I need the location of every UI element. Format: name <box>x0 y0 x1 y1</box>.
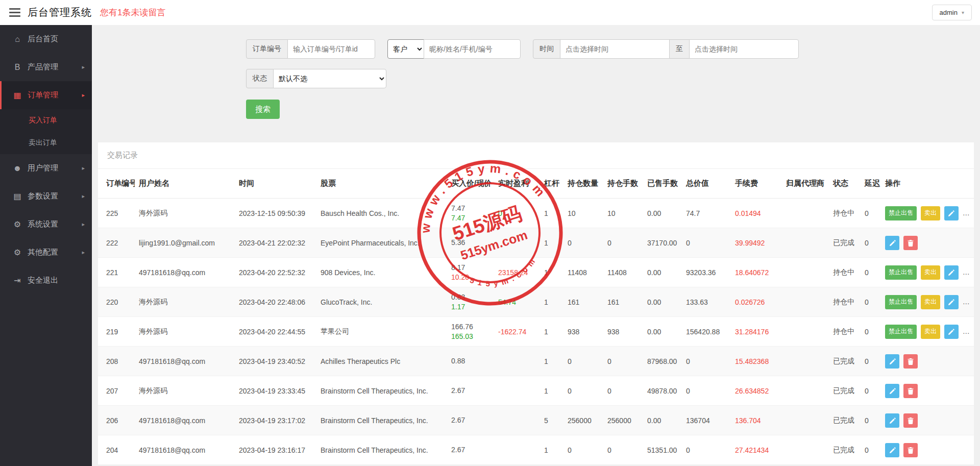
sidebar-item-label: 其他配置 <box>28 248 58 257</box>
sidebar-item-system-settings[interactable]: ⚙ 系统设置 ▸ <box>0 210 92 238</box>
orders-submenu: 买入订单 卖出订单 <box>0 109 92 154</box>
cell-order-id: 206 <box>98 406 135 435</box>
delete-button[interactable] <box>903 413 918 428</box>
delete-button[interactable] <box>903 236 918 250</box>
user-dropdown[interactable]: admin ▾ <box>932 5 972 20</box>
order-no-input[interactable] <box>287 39 375 59</box>
table-row: 221 497181618@qq.com 2023-04-20 22:52:32… <box>98 258 974 287</box>
cell-actions: 禁止出售 卖出 <box>881 317 974 347</box>
col-time: 时间 <box>235 169 316 199</box>
edit-button[interactable] <box>944 295 959 309</box>
edit-button[interactable] <box>944 325 959 339</box>
edit-button[interactable] <box>944 206 959 220</box>
cell-total-value: 156420.88 <box>682 317 731 347</box>
sidebar-item-dashboard[interactable]: ⌂ 后台首页 <box>0 25 92 53</box>
chevron-right-icon: ▸ <box>82 165 85 171</box>
edit-button[interactable] <box>885 354 899 369</box>
filter-row-2: 状态 默认不选 <box>246 69 974 88</box>
sell-button[interactable]: 卖出 <box>921 295 940 309</box>
edit-button[interactable] <box>944 265 959 280</box>
status-select[interactable]: 默认不选 <box>273 69 386 88</box>
delete-button[interactable] <box>963 295 974 309</box>
cell-actions: 禁止出售 卖出 <box>881 258 974 287</box>
sidebar-item-label: 安全退出 <box>28 276 58 285</box>
trash-icon <box>908 358 914 365</box>
submenu-item-buy-orders[interactable]: 买入订单 <box>0 109 92 132</box>
table-row: 208 497181618@qq.com 2023-04-19 23:40:52… <box>98 347 974 376</box>
buy-price: 0.88 <box>451 356 490 366</box>
cell-status: 已完成 <box>829 347 861 376</box>
cell-sold-lots: 0.00 <box>643 317 682 347</box>
delete-button[interactable] <box>963 325 974 339</box>
hamburger-menu-icon[interactable] <box>9 6 20 19</box>
cell-profit <box>494 347 540 376</box>
sidebar-item-users[interactable]: ☻ 用户管理 ▸ <box>0 154 92 182</box>
col-total-value: 总价值 <box>682 169 731 199</box>
cell-total-value: 93203.36 <box>682 258 731 287</box>
delete-button[interactable] <box>963 206 974 220</box>
cell-total-value: 74.7 <box>682 199 731 228</box>
delete-button[interactable] <box>903 443 918 457</box>
pencil-icon <box>948 269 954 276</box>
table-row: 207 海外源码 2023-04-19 23:33:45 Brainstorm … <box>98 376 974 406</box>
sell-button[interactable]: 卖出 <box>921 206 940 220</box>
cell-profit <box>494 406 540 435</box>
chevron-right-icon: ▸ <box>82 64 85 70</box>
forbid-sell-button[interactable]: 禁止出售 <box>885 295 917 309</box>
sidebar-item-parameters[interactable]: ▤ 参数设置 ▸ <box>0 182 92 210</box>
cell-sold-lots: 49878.00 <box>643 376 682 406</box>
cell-price: 8.17 10.20 <box>447 258 494 287</box>
cell-fee: 26.634852 <box>731 376 782 406</box>
cell-user-name: 497181618@qq.com <box>135 406 235 435</box>
cell-total-value: 133.63 <box>682 287 731 317</box>
cell-hold-quantity: 10 <box>564 199 603 228</box>
table-row: 206 497181618@qq.com 2023-04-19 23:17:02… <box>98 406 974 435</box>
customer-type-select[interactable]: 客户 <box>387 39 424 59</box>
search-button[interactable]: 搜索 <box>246 100 280 119</box>
cell-order-id: 204 <box>98 435 135 465</box>
sidebar-item-orders[interactable]: ▦ 订单管理 ▸ <box>0 81 92 109</box>
user-name: admin <box>940 9 958 16</box>
sidebar: ⌂ 后台首页 B 产品管理 ▸ ▦ 订单管理 ▸ 买入订单 卖出订单 ☻ 用户管… <box>0 25 92 466</box>
edit-button[interactable] <box>885 443 899 457</box>
cell-time: 2023-04-19 23:17:02 <box>235 406 316 435</box>
forbid-sell-button[interactable]: 禁止出售 <box>885 206 917 220</box>
edit-button[interactable] <box>885 413 899 428</box>
cell-sold-lots: 0.00 <box>643 258 682 287</box>
unread-message-notice[interactable]: 您有1条未读留言 <box>100 7 165 18</box>
sell-button[interactable]: 卖出 <box>921 265 940 280</box>
cell-status: 持仓中 <box>829 317 861 347</box>
sell-button[interactable]: 卖出 <box>921 325 940 339</box>
cell-sold-lots: 37170.00 <box>643 228 682 258</box>
cell-price: 0.88 <box>447 347 494 376</box>
cell-hold-quantity: 11408 <box>564 258 603 287</box>
order-icon: ▦ <box>11 90 23 100</box>
forbid-sell-button[interactable]: 禁止出售 <box>885 265 917 280</box>
cell-total-value: 0 <box>682 376 731 406</box>
table-row: 219 海外源码 2023-04-20 22:44:55 苹果公司 166.76… <box>98 317 974 347</box>
delete-button[interactable] <box>903 354 918 369</box>
delete-button[interactable] <box>903 384 918 398</box>
cell-user-name: 海外源码 <box>135 317 235 347</box>
sidebar-item-other-config[interactable]: ⚙ 其他配置 ▸ <box>0 238 92 266</box>
edit-button[interactable] <box>885 384 899 398</box>
time-to-input[interactable] <box>689 39 799 59</box>
customer-input[interactable] <box>424 39 521 59</box>
forbid-sell-button[interactable]: 禁止出售 <box>885 325 917 339</box>
sidebar-item-logout[interactable]: ⇥ 安全退出 <box>0 266 92 295</box>
col-hold-lots: 持仓手数 <box>603 169 643 199</box>
time-from-input[interactable] <box>560 39 670 59</box>
transactions-table: 订单编号 用户姓名 时间 股票 买入价/现价 实时盈利 杠杆 持仓数量 持仓手数… <box>98 169 974 465</box>
submenu-item-sell-orders[interactable]: 卖出订单 <box>0 132 92 154</box>
cell-hold-lots: 161 <box>603 287 643 317</box>
cell-leverage: 1 <box>540 347 564 376</box>
cell-leverage: 1 <box>540 287 564 317</box>
cell-status: 已完成 <box>829 435 861 465</box>
sidebar-item-products[interactable]: B 产品管理 ▸ <box>0 53 92 81</box>
delete-button[interactable] <box>963 265 974 280</box>
cell-actions <box>881 376 974 406</box>
table-row: 225 海外源码 2023-12-15 09:50:39 Bausch Heal… <box>98 199 974 228</box>
cell-fee: 0.026726 <box>731 287 782 317</box>
cell-user-name: lijing1991.0@gmail.com <box>135 228 235 258</box>
edit-button[interactable] <box>885 236 899 250</box>
